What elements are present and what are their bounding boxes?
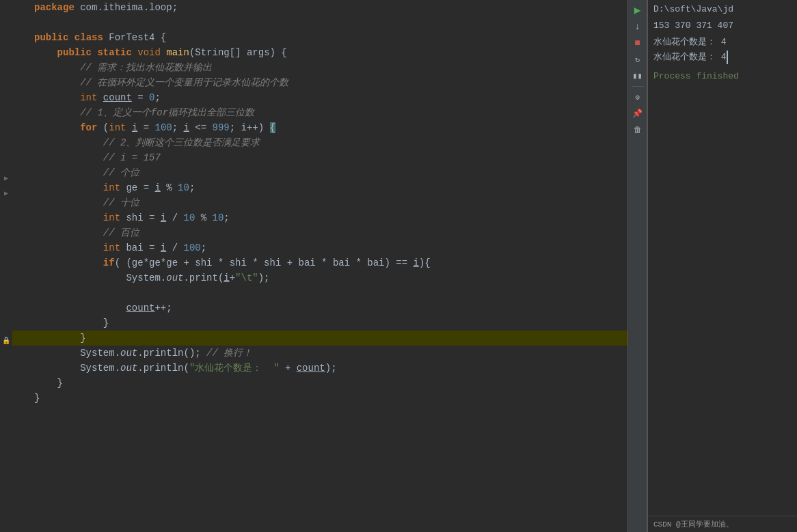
code-line-6: // 在循环外定义一个变量用于记录水仙花的个数 <box>12 75 627 90</box>
code-line-1: package com.itheima.loop; <box>12 0 627 15</box>
code-line-23: } <box>12 331 627 346</box>
run-button[interactable]: ▶ <box>630 3 645 18</box>
code-lines: package com.itheima.loop; public class F… <box>12 0 627 532</box>
gutter-icon-4 <box>1 298 11 313</box>
clear-button[interactable]: 🗑 <box>630 122 645 137</box>
code-line-4: public static void main(String[] args) { <box>12 45 627 60</box>
output-result-display: 水仙花个数是： 4 <box>653 51 792 64</box>
code-editor[interactable]: package com.itheima.loop; public class F… <box>12 0 627 532</box>
code-line-2 <box>12 15 627 30</box>
gutter-icon-6 <box>1 363 11 378</box>
gutter-icon-5: 🔒 <box>1 333 11 348</box>
cursor <box>727 51 728 64</box>
code-line-15: int shi = i / 10 % 10; <box>12 210 627 225</box>
output-result: 水仙花个数是： 4 <box>653 36 792 49</box>
toolbar-separator <box>632 86 644 87</box>
output-process: Process finished <box>653 70 792 83</box>
stop-button[interactable]: ■ <box>630 36 645 51</box>
code-line-19: System.out.print(i+"\t"); <box>12 270 627 285</box>
gutter-icon-2: ▶ <box>1 186 11 201</box>
output-result-text: 水仙花个数是： 4 <box>653 52 727 62</box>
code-line-21: count++; <box>12 300 627 316</box>
code-line-26: } <box>12 376 627 391</box>
gutter-icon-1: ▶ <box>1 171 11 186</box>
code-line-3: public class ForTest4 { <box>12 30 627 45</box>
output-path: D:\soft\Java\jd <box>653 3 792 16</box>
pin-button[interactable]: 📌 <box>630 106 645 121</box>
code-line-5: // 需求：找出水仙花数并输出 <box>12 60 627 75</box>
code-line-10: // 2、判断这个三位数是否满足要求 <box>12 135 627 150</box>
step-over-button[interactable]: ↓ <box>630 19 645 34</box>
code-line-8: // 1、定义一个for循环找出全部三位数 <box>12 105 627 120</box>
code-line-17: int bai = i / 100; <box>12 240 627 255</box>
output-footer: CSDN @王同学要加油。 <box>648 516 797 532</box>
code-line-25: System.out.println("水仙花个数是： " + count); <box>12 361 627 376</box>
code-line-22: } <box>12 316 627 331</box>
gutter-icon-3 <box>1 242 11 257</box>
output-content: D:\soft\Java\jd 153 370 371 407 水仙花个数是： … <box>648 0 797 516</box>
code-line-11: // i = 157 <box>12 150 627 165</box>
output-numbers: 153 370 371 407 <box>653 19 792 33</box>
left-gutter: ▶ ▶ 🔒 <box>0 0 12 532</box>
code-line-12: // 个位 <box>12 165 627 180</box>
right-toolbar: ▶ ↓ ■ ↻ ▮▮ ⚙ 📌 🗑 <box>627 0 647 532</box>
code-line-20 <box>12 285 627 300</box>
code-line-16: // 百位 <box>12 225 627 240</box>
settings-button[interactable]: ⚙ <box>630 89 645 104</box>
pause-button[interactable]: ▮▮ <box>630 68 645 83</box>
code-line-14: // 十位 <box>12 195 627 210</box>
output-panel: D:\soft\Java\jd 153 370 371 407 水仙花个数是： … <box>647 0 797 532</box>
code-line-27: } <box>12 391 627 406</box>
credit-text: CSDN @王同学要加油。 <box>653 520 733 529</box>
code-line-13: int ge = i % 10; <box>12 180 627 195</box>
code-line-24: System.out.println(); // 换行！ <box>12 346 627 361</box>
code-line-7: int count = 0; <box>12 90 627 105</box>
code-line-9: for (int i = 100; i <= 999; i++) { <box>12 120 627 135</box>
rerun-button[interactable]: ↻ <box>630 52 645 67</box>
code-line-18: if( (ge*ge*ge + shi * shi * shi + bai * … <box>12 255 627 270</box>
